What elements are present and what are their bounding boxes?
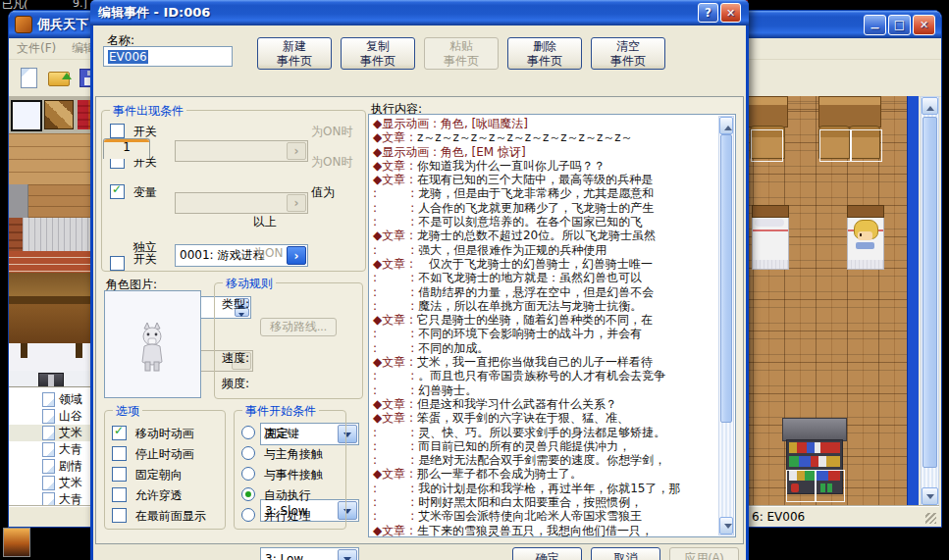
exec-command-line[interactable]: : : 是绝对无法配合双手剑需要的速度。你想学剑， [373,453,715,467]
move-freq-dropdown[interactable]: 3: Low [260,547,359,560]
trigger-row[interactable]: 自动执行 [241,487,343,508]
event-box[interactable] [850,129,882,162]
trigger-radio[interactable] [241,487,255,501]
menu-item[interactable]: 文件(F) [17,40,56,57]
exec-command-line[interactable]: : : 借助结界的力量，悬浮在空中，但是幻兽不会 [373,285,715,299]
scroll-thumb[interactable] [720,134,732,423]
exec-command-line[interactable]: : : 强大，但是很难作为正规的兵种使用 [373,243,715,257]
resize-grip[interactable] [925,513,936,524]
trigger-radio[interactable] [241,446,255,460]
palette-tile[interactable] [28,184,95,218]
condition-variable[interactable]: 变量 [110,184,157,202]
map-vscrollbar[interactable] [921,96,939,506]
scroll-up-icon[interactable] [719,117,733,134]
exec-command-line[interactable]: : : 人合作的飞龙就更加稀少了，飞龙骑士的产生 [373,201,715,215]
self-switch-checkbox[interactable] [110,256,125,271]
scroll-down-icon[interactable] [719,517,733,535]
scroll-down-icon[interactable] [922,487,938,505]
scroll-up-icon[interactable] [922,97,938,115]
event-page-button[interactable]: 粘贴 事件页 [424,37,499,70]
exec-command-line[interactable]: : : 魔法，所以在单挑方面无法与龙骑士抗衡。 [373,299,715,313]
exec-command-line[interactable]: : : 幻兽骑士。 [373,383,715,397]
option-checkbox[interactable] [112,446,127,461]
map-canvas[interactable] [742,96,919,506]
exec-list[interactable]: ◆显示动画 : 角色, [咏唱魔法]◆文章 : z～z～z～z～z～z～z～z～… [368,114,736,537]
option-row[interactable]: 停止时动画 [112,446,220,467]
exec-command-line[interactable]: ◆文章 : z～z～z～z～z～z～z～z～z～z～z～z～ [373,130,715,144]
palette-tile[interactable] [23,218,95,251]
option-checkbox[interactable] [112,426,127,440]
scroll-thumb[interactable] [923,117,937,468]
tileset-palette[interactable] [9,96,95,386]
trigger-radio[interactable] [241,467,255,481]
exec-command-line[interactable]: ◆显示动画 : 角色, [EM 惊讶] [373,145,715,159]
palette-tile[interactable] [44,100,74,129]
switch1-checkbox[interactable] [110,124,125,138]
map-tree-item[interactable]: 领域 [9,391,95,408]
event-box[interactable] [786,470,816,502]
exec-command-line[interactable]: : : 不同的加成。 [373,341,715,355]
exec-command-line[interactable]: : : 不是可以刻意培养的。在各个国家已知的飞 [373,215,715,229]
exec-command-line[interactable]: : : 不如飞龙骑士的地方就是：虽然幻兽也可以 [373,271,715,284]
palette-tile[interactable] [9,371,95,386]
map-tree-item[interactable]: 大青 [9,441,95,458]
trigger-row[interactable]: 并行处理 [241,508,343,529]
option-checkbox[interactable] [112,487,127,502]
dialog-footer-button[interactable]: 应用(A) [669,547,739,560]
exec-command-line[interactable]: : : 灵、快、巧。所以要求剑手的身法都足够矫捷。 [373,426,715,439]
exec-command-line[interactable]: : : 不同的环境下会影响骑士的战斗力，并会有 [373,327,715,340]
palette-tile[interactable] [9,251,95,273]
option-row[interactable]: 在最前面显示 [112,508,220,529]
event-page-button[interactable]: 删除 事件页 [507,37,582,70]
trigger-row[interactable]: 与主角接触 [241,446,343,467]
palette-tile[interactable] [9,184,28,218]
palette-tile-selected[interactable] [11,100,42,131]
condition-self-switch[interactable]: 独立 开关 [110,241,157,271]
exec-command-line[interactable]: : : 时刚好黑太阳和白太阳要重合，按照惯例， [373,495,715,509]
option-checkbox[interactable] [112,508,127,523]
option-row[interactable]: 移动时动画 [112,426,220,446]
exec-command-line[interactable]: ◆显示动画 : 角色, [咏唱魔法] [373,117,715,130]
map-tree-item[interactable]: 山谷 [9,408,95,425]
event-page-button[interactable]: 复制 事件页 [341,37,415,70]
palette-tile[interactable] [9,218,23,251]
exec-command-line[interactable]: ◆文章 : 它只是骑士的坐骑，随着幻兽种类的不同，在 [373,313,715,327]
palette-tile[interactable] [9,343,95,371]
exec-command-line[interactable]: : : 龙骑，但是由于飞龙非常稀少，尤其是愿意和 [373,186,715,200]
trigger-radio[interactable] [241,508,255,522]
close-button[interactable] [913,15,935,35]
maximize-button[interactable] [888,15,911,35]
exec-command-line[interactable]: : : 而目前已知的所有的灵兽只能提供冲力， [373,439,715,453]
option-row[interactable]: 固定朝向 [112,467,220,487]
exec-command-line[interactable]: ◆文章 : 在现有已知的三个大陆中，最高等级的兵种是 [373,173,715,186]
map-tree-item[interactable]: 艾米 [9,475,95,491]
variable-checkbox[interactable] [110,184,125,199]
exec-command-line[interactable]: ◆文章 : 生下来的雪狼灵兽五只，我想向他们借一只， [373,524,715,537]
help-button[interactable] [698,3,718,23]
option-row[interactable]: 允许穿透 [112,487,220,508]
variable-picker-icon[interactable]: › [287,246,306,265]
map-tree-item[interactable]: 艾米 [9,425,95,441]
palette-tile[interactable] [9,273,95,296]
trigger-radio[interactable] [241,426,255,439]
exec-command-line[interactable]: ◆文章 : 艾米，我一直把你当做我自己的儿子一样看待 [373,355,715,369]
event-box[interactable] [816,470,845,502]
graphic-box[interactable] [104,290,201,398]
exec-command-line[interactable]: ◆文章 : 仅次于飞龙骑士的幻兽骑士，幻兽骑士唯一 [373,257,715,271]
option-checkbox[interactable] [112,467,127,482]
exec-command-line[interactable]: ◆文章 : 笨蛋，双手剑的六字诀在于狠、猛、准、 [373,411,715,425]
dialog-footer-button[interactable]: 取消 [591,547,660,560]
exec-command-line[interactable]: ◆文章 : 那么一辈子都不会成为骑士了。 [373,467,715,481]
trigger-row[interactable]: 与事件接触 [241,467,343,487]
trigger-row[interactable]: 决定键 [241,426,343,446]
exec-command-line[interactable]: ◆文章 : 但是这和我学习什么武器有什么关系？ [373,397,715,411]
palette-tile[interactable] [9,133,95,184]
palette-tile[interactable] [9,296,95,343]
dropdown-arrow-icon[interactable] [338,549,357,560]
new-file-icon[interactable] [21,68,37,88]
exec-command-line[interactable]: ◆文章 : 龙骑士的总数不超过20位。所以飞龙骑士虽然 [373,229,715,242]
exec-command-line[interactable]: : : 艾米帝国会派特使向北哈米人帝国求雪狼王 [373,509,715,523]
minimize-button[interactable] [864,15,886,35]
exec-command-line[interactable]: : : 。而且也只有帝国贵族称号的人才有机会去竞争 [373,369,715,382]
taskbar-thumbnail[interactable] [3,528,30,557]
